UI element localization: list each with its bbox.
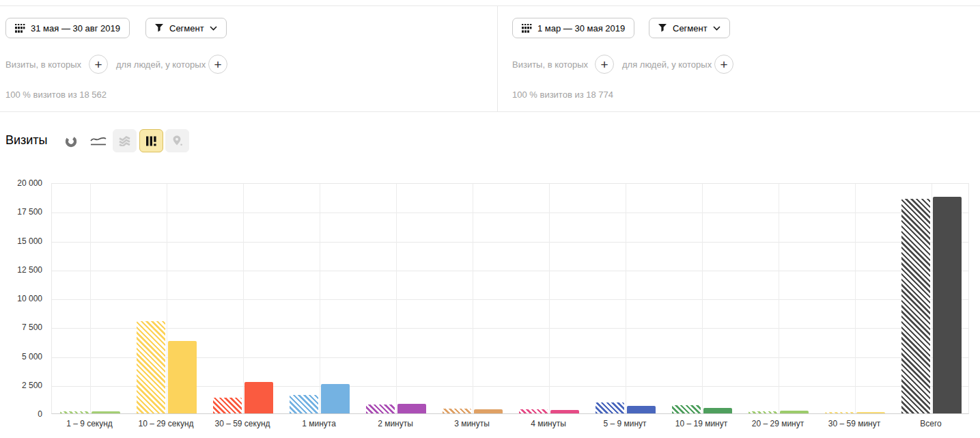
date-range-button-b[interactable]: 1 мар — 30 мая 2019 bbox=[512, 18, 634, 38]
y-tick-label: 12 500 bbox=[0, 265, 42, 275]
view-line-button[interactable] bbox=[89, 136, 107, 147]
x-category-label: 10 – 19 минут bbox=[663, 419, 740, 428]
v-gridline bbox=[855, 184, 856, 413]
funnel-icon bbox=[658, 24, 667, 32]
x-category-label: 4 минуты bbox=[510, 419, 587, 428]
bar-chart-icon bbox=[146, 136, 156, 146]
v-gridline bbox=[90, 184, 91, 413]
v-gridline bbox=[243, 184, 244, 413]
x-category-label: 30 – 59 секунд bbox=[204, 419, 281, 428]
bar-period-a[interactable] bbox=[748, 411, 777, 413]
y-tick-label: 17 500 bbox=[0, 207, 42, 217]
bar-period-b[interactable] bbox=[168, 341, 197, 413]
view-map-button[interactable] bbox=[165, 129, 189, 152]
plus-icon: + bbox=[600, 58, 608, 71]
segment-label: Сегмент bbox=[673, 23, 708, 33]
bar-period-b[interactable] bbox=[92, 411, 120, 413]
v-gridline bbox=[779, 184, 779, 413]
bar-period-a[interactable] bbox=[672, 405, 701, 413]
y-tick-label: 0 bbox=[0, 409, 42, 419]
h-gridline bbox=[52, 328, 968, 329]
x-category-label: 20 – 29 минут bbox=[740, 419, 816, 428]
funnel-icon bbox=[155, 24, 164, 32]
chevron-down-icon bbox=[713, 26, 720, 31]
bar-period-b[interactable] bbox=[780, 411, 809, 413]
bar-period-a[interactable] bbox=[60, 411, 89, 413]
y-tick-label: 7 500 bbox=[0, 323, 42, 332]
v-gridline bbox=[932, 184, 932, 413]
h-gridline bbox=[52, 271, 968, 271]
bar-period-b[interactable] bbox=[397, 404, 426, 413]
bar-period-a[interactable] bbox=[596, 402, 624, 413]
bar-period-b[interactable] bbox=[244, 382, 273, 413]
chevron-down-icon bbox=[210, 26, 217, 31]
bar-period-b[interactable] bbox=[627, 406, 656, 413]
h-gridline bbox=[52, 213, 968, 213]
x-category-label: 1 минута bbox=[281, 419, 357, 428]
v-gridline bbox=[473, 184, 473, 413]
panels-top-border bbox=[0, 5, 980, 6]
bar-period-a[interactable] bbox=[290, 395, 318, 413]
bar-period-b[interactable] bbox=[703, 408, 732, 413]
segment-button-a[interactable]: Сегмент bbox=[145, 18, 227, 38]
bar-period-a[interactable] bbox=[213, 398, 242, 413]
add-people-condition-button[interactable]: + bbox=[714, 55, 733, 74]
date-range-label: 31 мая — 30 авг 2019 bbox=[31, 23, 120, 33]
chart-title: Визиты bbox=[5, 133, 48, 148]
calendar-icon bbox=[15, 24, 25, 33]
segment-label: Сегмент bbox=[169, 23, 204, 33]
add-people-condition-button[interactable]: + bbox=[208, 55, 227, 74]
plot-area bbox=[51, 183, 969, 414]
y-tick-label: 15 000 bbox=[0, 236, 42, 246]
v-gridline bbox=[320, 184, 320, 413]
v-gridline bbox=[549, 184, 550, 413]
people-condition-label: для людей, у которых bbox=[116, 59, 206, 70]
v-gridline bbox=[702, 184, 703, 413]
bar-period-a[interactable] bbox=[519, 409, 548, 413]
h-gridline bbox=[52, 242, 968, 243]
bar-period-a[interactable] bbox=[366, 405, 395, 413]
calendar-icon bbox=[522, 24, 532, 33]
v-gridline bbox=[396, 184, 397, 413]
bar-period-b[interactable] bbox=[933, 197, 962, 413]
x-category-label: 3 минуты bbox=[434, 419, 510, 428]
plus-icon: + bbox=[214, 58, 221, 71]
date-range-button-a[interactable]: 31 мая — 30 авг 2019 bbox=[5, 18, 130, 38]
bar-period-b[interactable] bbox=[856, 412, 885, 413]
bar-period-b[interactable] bbox=[550, 410, 579, 413]
y-tick-label: 10 000 bbox=[0, 294, 42, 303]
bar-period-a[interactable] bbox=[901, 199, 930, 413]
add-visit-condition-button[interactable]: + bbox=[595, 55, 614, 74]
view-stacked-button[interactable] bbox=[113, 129, 137, 152]
bar-period-b[interactable] bbox=[321, 384, 350, 413]
map-pin-icon bbox=[172, 135, 183, 146]
line-chart-icon bbox=[90, 136, 107, 147]
pie-chart-icon bbox=[65, 135, 77, 148]
x-category-label: 30 – 59 минут bbox=[816, 419, 893, 428]
plus-icon: + bbox=[720, 58, 727, 71]
metrica-compare-page: 31 мая — 30 авг 2019 Сегмент Визиты, в к… bbox=[0, 0, 980, 438]
bar-period-a[interactable] bbox=[825, 412, 854, 413]
visits-summary: 100 % визитов из 18 562 bbox=[5, 90, 107, 100]
x-category-label: 1 – 9 секунд bbox=[51, 419, 128, 428]
view-bars-button[interactable] bbox=[139, 129, 163, 152]
bar-period-a[interactable] bbox=[443, 409, 471, 413]
y-tick-label: 2 500 bbox=[0, 381, 42, 390]
h-gridline bbox=[52, 299, 968, 300]
x-category-label: 2 минуты bbox=[357, 419, 434, 428]
visits-condition-label: Визиты, в которых bbox=[5, 59, 81, 70]
panels-bottom-border bbox=[0, 111, 980, 112]
segment-button-b[interactable]: Сегмент bbox=[649, 18, 730, 38]
y-tick-label: 5 000 bbox=[0, 352, 42, 361]
add-visit-condition-button[interactable]: + bbox=[89, 55, 108, 74]
v-gridline bbox=[167, 184, 167, 413]
x-category-label: Всего bbox=[893, 419, 969, 428]
view-pie-button[interactable] bbox=[64, 135, 78, 148]
x-category-label: 10 – 29 секунд bbox=[128, 419, 204, 428]
v-gridline bbox=[626, 184, 626, 413]
bar-period-b[interactable] bbox=[474, 409, 503, 413]
visits-summary: 100 % визитов из 18 774 bbox=[512, 90, 613, 100]
visits-condition-label: Визиты, в которых bbox=[512, 59, 588, 70]
date-range-label: 1 мар — 30 мая 2019 bbox=[537, 23, 625, 33]
bar-period-a[interactable] bbox=[137, 321, 165, 413]
